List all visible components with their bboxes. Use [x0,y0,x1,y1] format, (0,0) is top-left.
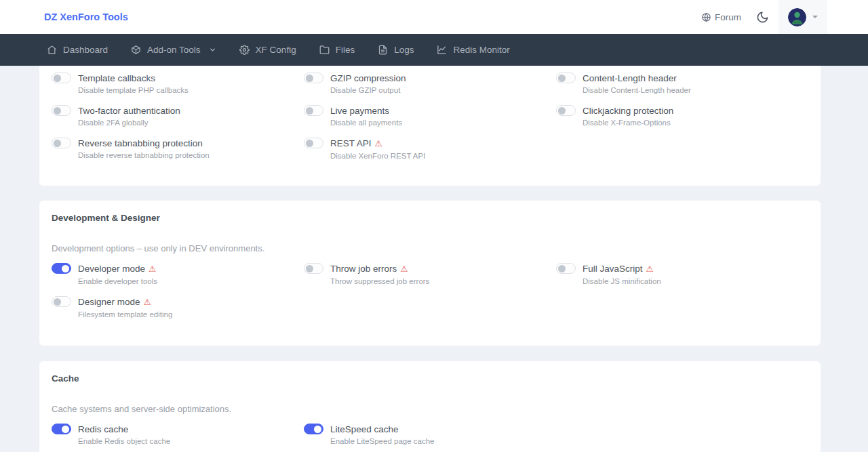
nav-item-redis-monitor[interactable]: Redis Monitor [434,41,512,59]
toggle-row-designer-mode: Designer mode⚠ Filesystem template editi… [52,295,304,319]
caret-down-icon [812,16,818,18]
toggle-text: Live payments Disable all payments [330,104,402,127]
dark-mode-toggle[interactable] [756,11,769,24]
toggle-row-redis-cache: Redis cache Enable Redis object cache [52,423,304,445]
toggle-label: REST API⚠ [330,138,382,148]
card-header: Cache [39,361,821,384]
development-toggle-grid: Developer mode⚠ Enable developer tools T… [39,262,821,346]
toggle-sublabel: Filesystem template editing [78,310,172,319]
toggle-row-clickjacking-protection: Clickjacking protection Disable X-Frame-… [556,104,808,127]
card-header: Development & Designer [39,201,821,223]
toggle-switch[interactable] [556,105,576,116]
home-icon [47,45,57,55]
chevron-down-icon [209,46,216,54]
package-icon [131,45,141,55]
chart-icon [437,45,447,55]
toggle-switch[interactable] [556,263,576,274]
warning-icon: ⚠ [646,264,654,274]
toggle-label: Clickjacking protection [583,106,673,116]
toggle-switch[interactable] [52,73,71,83]
nav-label: Logs [394,45,414,55]
toggle-switch[interactable] [304,105,323,116]
nav-label: Redis Monitor [453,45,509,55]
file-icon [378,45,388,55]
toggle-text: Reverse tabnabbing protection Disable re… [78,137,210,159]
toggle-sublabel: Enable LiteSpeed page cache [330,437,434,445]
nav-item-addon-tools[interactable]: Add-on Tools [128,41,219,59]
toggle-label: Reverse tabnabbing protection [78,138,203,148]
card-title: Development & Designer [52,213,808,223]
toggle-row-two-factor-authentication: Two-factor authentication Disable 2FA gl… [52,104,304,127]
nav-label: Files [336,45,355,55]
toggle-sublabel: Disable 2FA globally [78,119,180,127]
toggle-text: Clickjacking protection Disable X-Frame-… [583,104,673,127]
toggle-switch[interactable] [304,138,323,148]
toggle-sublabel: Disable JS minification [583,277,661,285]
toggle-sublabel: Enable developer tools [78,277,157,285]
toggle-text: Content-Length header Disable Content-Le… [583,72,691,94]
toggle-sublabel: Disable all payments [330,119,402,127]
toggle-text: REST API⚠ Disable XenForo REST API [330,137,425,160]
user-menu[interactable] [778,0,827,34]
folder-icon [319,45,330,55]
toggle-label: Content-Length header [583,73,677,83]
toggle-switch[interactable] [304,424,323,434]
toggle-text: Template callbacks Disable template PHP … [78,72,189,94]
forum-link[interactable]: Forum [701,12,741,22]
toggle-row-reverse-tabnabbing-protection: Reverse tabnabbing protection Disable re… [52,137,304,160]
main-content: Template callbacks Disable template PHP … [0,66,868,452]
toggle-sublabel: Disable X-Frame-Options [583,119,673,127]
warning-icon: ⚠ [375,139,382,148]
toggle-label: Redis cache [78,424,128,434]
toggle-label: Live payments [330,106,389,116]
toggle-label: GZIP compression [330,73,406,83]
card-security-toggles: Template callbacks Disable template PHP … [39,66,821,186]
nav-item-files[interactable]: Files [317,41,358,59]
toggle-row-template-callbacks: Template callbacks Disable template PHP … [52,72,304,94]
toggle-row-rest-api: REST API⚠ Disable XenForo REST API [304,137,556,160]
toggle-sublabel: Disable Content-Length header [583,86,691,94]
toggle-switch[interactable] [304,263,323,274]
nav-item-xf-config[interactable]: XF Config [237,41,299,59]
warning-icon: ⚠ [149,264,156,274]
toggle-row-throw-job-errors: Throw job errors⚠ Throw suppressed job e… [304,262,556,285]
toggle-switch[interactable] [52,424,71,434]
nav-item-dashboard[interactable]: Dashboard [44,41,111,59]
moon-icon [756,11,769,24]
toggle-switch[interactable] [556,73,576,83]
gear-icon [239,45,250,55]
toggle-sublabel: Disable GZIP output [330,86,406,94]
toggle-row-litespeed-cache: LiteSpeed cache Enable LiteSpeed page ca… [304,423,556,445]
toggle-switch[interactable] [52,105,71,116]
card-cache: Cache Cache systems and server-side opti… [39,361,821,452]
toggle-row-content-length-header: Content-Length header Disable Content-Le… [556,72,808,94]
toggle-label: Developer mode⚠ [78,264,156,274]
card-title: Cache [52,373,808,384]
toggle-row-live-payments: Live payments Disable all payments [304,104,556,127]
top-bar: DZ XenForo Tools Forum [0,0,868,34]
security-toggle-grid: Template callbacks Disable template PHP … [39,66,821,186]
toggle-sublabel: Disable template PHP callbacks [78,86,189,94]
toggle-switch[interactable] [52,138,71,148]
toggle-label: Designer mode⚠ [78,297,151,307]
toggle-text: Throw job errors⚠ Throw suppressed job e… [330,262,429,285]
avatar [788,8,806,26]
brand-link[interactable]: DZ XenForo Tools [44,12,128,22]
forum-label: Forum [715,12,741,22]
toggle-text: Redis cache Enable Redis object cache [78,423,170,445]
toggle-text: Two-factor authentication Disable 2FA gl… [78,104,180,127]
toggle-switch[interactable] [304,73,323,83]
toggle-label: Throw job errors⚠ [330,264,408,274]
toggle-text: LiteSpeed cache Enable LiteSpeed page ca… [330,423,434,445]
toggle-row-gzip-compression: GZIP compression Disable GZIP output [304,72,556,94]
card-description: Development options – use only in DEV en… [39,243,821,253]
globe-icon [701,12,711,22]
toggle-text: Full JavaScript⚠ Disable JS minification [583,262,661,285]
toggle-switch[interactable] [52,296,71,307]
toggle-switch[interactable] [52,263,71,274]
toggle-sublabel: Throw suppressed job errors [330,277,429,285]
cache-toggle-grid: Redis cache Enable Redis object cache Li… [39,423,821,452]
toggle-sublabel: Disable XenForo REST API [330,152,425,160]
warning-icon: ⚠ [144,297,151,307]
nav-item-logs[interactable]: Logs [375,41,416,59]
